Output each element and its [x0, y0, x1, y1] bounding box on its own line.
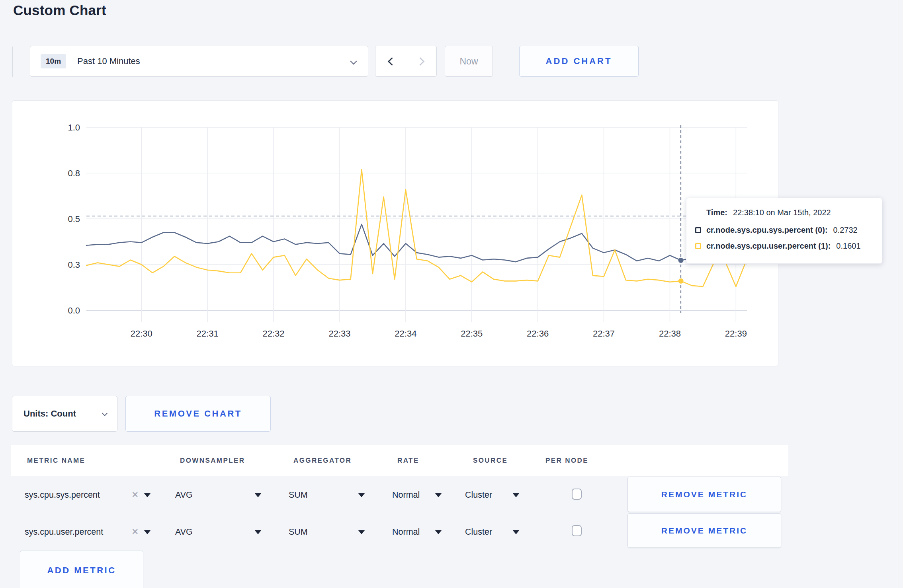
column-header-aggregator: AGGREGATOR [293, 457, 352, 465]
tooltip-series-name: cr.node.sys.cpu.user.percent (1): [706, 241, 831, 251]
units-label: Units: Count [23, 409, 76, 419]
caret-down-icon[interactable] [358, 493, 365, 497]
metric-name-select[interactable]: sys.cpu.sys.percent [25, 490, 100, 500]
chevron-left-icon [387, 57, 396, 65]
remove-metric-button[interactable]: REMOVE METRIC [627, 477, 781, 512]
svg-text:0.0: 0.0 [68, 306, 80, 315]
caret-down-icon[interactable] [435, 530, 442, 534]
clear-metric-icon[interactable]: ✕ [131, 527, 139, 537]
tooltip-series-row: cr.node.sys.cpu.sys.percent (0): 0.2732 [695, 226, 872, 235]
tooltip-series-row: cr.node.sys.cpu.user.percent (1): 0.1601 [695, 241, 872, 251]
aggregator-select[interactable]: SUM [289, 490, 308, 500]
metrics-chart[interactable]: 1.00.80.50.30.022:3022:3122:3222:3322:34… [12, 101, 779, 367]
caret-down-icon[interactable] [144, 493, 150, 497]
svg-text:22:32: 22:32 [263, 329, 285, 339]
svg-text:0.5: 0.5 [68, 214, 80, 224]
caret-down-icon[interactable] [255, 530, 261, 534]
custom-chart-page: Custom Chart 10m Past 10 Minutes Now ADD… [0, 0, 903, 588]
add-metric-label: ADD METRIC [47, 565, 116, 576]
source-select[interactable]: Cluster [465, 527, 492, 537]
downsampler-select[interactable]: AVG [175, 527, 193, 537]
svg-text:22:35: 22:35 [461, 329, 483, 339]
rate-select[interactable]: Normal [392, 527, 420, 537]
metric-name-select[interactable]: sys.cpu.user.percent [25, 527, 103, 537]
caret-down-icon[interactable] [144, 530, 150, 534]
clear-metric-icon[interactable]: ✕ [131, 490, 139, 500]
time-range-select[interactable]: 10m Past 10 Minutes [30, 46, 368, 77]
source-select[interactable]: Cluster [465, 490, 492, 500]
toolbar-divider [12, 47, 13, 77]
svg-text:22:36: 22:36 [527, 329, 549, 339]
caret-down-icon[interactable] [358, 530, 365, 534]
add-chart-label: ADD CHART [546, 56, 612, 66]
svg-text:22:38: 22:38 [659, 329, 681, 339]
svg-text:1.0: 1.0 [68, 123, 80, 132]
now-button-label: Now [459, 56, 478, 67]
add-metric-button[interactable]: ADD METRIC [20, 551, 143, 588]
remove-metric-button[interactable]: REMOVE METRIC [627, 513, 781, 548]
time-range-label: Past 10 Minutes [77, 56, 140, 66]
aggregator-select[interactable]: SUM [289, 527, 308, 537]
caret-down-icon[interactable] [255, 493, 261, 497]
svg-text:0.3: 0.3 [68, 260, 80, 270]
per-node-checkbox[interactable] [572, 525, 582, 536]
downsampler-select[interactable]: AVG [175, 490, 193, 500]
caret-down-icon[interactable] [513, 530, 519, 534]
column-header-rate: RATE [397, 457, 419, 465]
tooltip-time-value: 22:38:10 on Mar 15th, 2022 [733, 208, 831, 217]
tooltip-series-value: 0.2732 [833, 226, 858, 235]
remove-metric-label: REMOVE METRIC [661, 490, 747, 499]
page-title: Custom Chart [13, 2, 106, 18]
series-swatch-icon [695, 243, 701, 249]
tooltip-series-name: cr.node.sys.cpu.sys.percent (0): [706, 226, 828, 235]
svg-text:22:31: 22:31 [197, 329, 219, 339]
chevron-right-icon [416, 57, 424, 65]
time-prev-button[interactable] [375, 46, 406, 76]
units-select[interactable]: Units: Count [12, 396, 117, 432]
time-nav-group [375, 46, 437, 77]
tooltip-time-row: Time: 22:38:10 on Mar 15th, 2022 [706, 208, 872, 217]
series-swatch-icon [695, 227, 701, 233]
column-header-per-node: PER NODE [545, 457, 588, 465]
column-header-metric-name: METRIC NAME [27, 457, 85, 465]
svg-text:22:30: 22:30 [131, 329, 152, 339]
remove-chart-label: REMOVE CHART [154, 409, 242, 419]
time-next-button[interactable] [406, 46, 436, 76]
svg-text:22:34: 22:34 [395, 329, 416, 339]
chevron-down-icon [350, 58, 357, 65]
rate-select[interactable]: Normal [392, 490, 420, 500]
caret-down-icon[interactable] [513, 493, 519, 497]
add-chart-button[interactable]: ADD CHART [519, 46, 639, 77]
svg-text:22:33: 22:33 [328, 329, 350, 339]
chevron-down-icon [102, 411, 108, 416]
remove-metric-label: REMOVE METRIC [661, 526, 747, 535]
now-button[interactable]: Now [445, 46, 493, 77]
svg-text:22:37: 22:37 [593, 329, 615, 339]
column-header-downsampler: DOWNSAMPLER [180, 457, 245, 465]
time-range-badge: 10m [41, 54, 66, 68]
per-node-checkbox[interactable] [572, 489, 582, 500]
chart-tooltip: Time: 22:38:10 on Mar 15th, 2022 cr.node… [686, 198, 882, 264]
column-header-source: SOURCE [473, 457, 508, 465]
tooltip-time-label: Time: [706, 208, 727, 217]
svg-text:22:39: 22:39 [725, 329, 747, 339]
svg-text:0.8: 0.8 [68, 168, 80, 178]
remove-chart-button[interactable]: REMOVE CHART [125, 396, 271, 432]
chart-card: 1.00.80.50.30.022:3022:3122:3222:3322:34… [12, 100, 778, 366]
tooltip-series-value: 0.1601 [836, 241, 860, 251]
caret-down-icon[interactable] [435, 493, 442, 497]
